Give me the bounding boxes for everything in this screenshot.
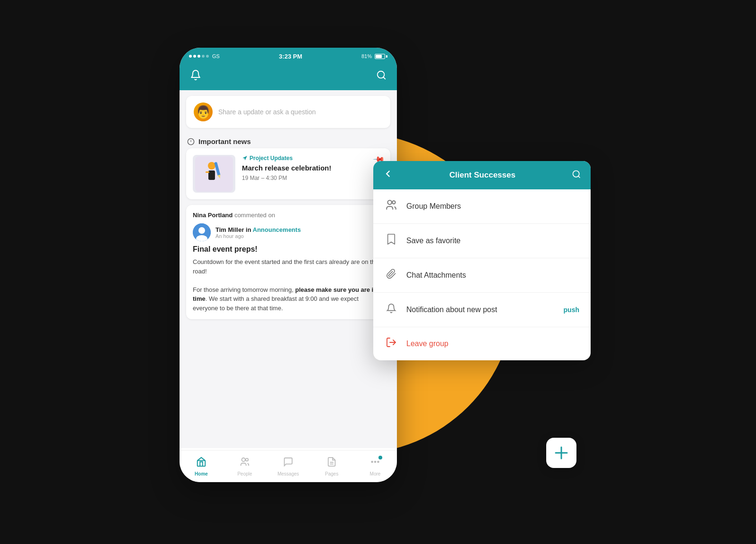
dot-1 <box>189 55 192 58</box>
panel-header: Client Successes <box>373 161 591 189</box>
menu-item-chat-attachments[interactable]: Chat Attachments <box>373 258 591 293</box>
dot-3 <box>198 55 200 58</box>
svg-point-24 <box>387 200 392 204</box>
svg-rect-8 <box>206 171 209 173</box>
people-icon <box>240 457 250 470</box>
phone-mockup: GS 3:23 PM 81% <box>180 48 397 482</box>
news-date: 19 Mar – 4:30 PM <box>242 175 384 181</box>
nav-label-home: Home <box>195 471 208 476</box>
svg-point-20 <box>375 461 376 462</box>
svg-point-25 <box>392 201 395 204</box>
news-title: March release celebration! <box>242 163 384 173</box>
panel-search-icon[interactable] <box>572 170 581 181</box>
post-title: Final event preps! <box>193 245 384 254</box>
status-time: 3:23 PM <box>279 53 302 60</box>
notification-bell-icon <box>385 302 398 317</box>
svg-line-23 <box>578 176 580 178</box>
svg-point-21 <box>378 461 379 462</box>
messages-icon <box>283 457 293 470</box>
post-input-area[interactable]: 👨 Share a update or ask a question <box>186 96 390 128</box>
megaphone-icon <box>242 155 248 161</box>
signal-dots <box>189 55 209 58</box>
pages-icon <box>326 457 337 470</box>
menu-text-group-members: Group Members <box>406 202 579 211</box>
svg-point-12 <box>198 227 205 234</box>
scene: GS 3:23 PM 81% <box>165 48 591 496</box>
author-avatar <box>193 223 211 241</box>
nav-label-more: More <box>370 471 381 476</box>
post-body: Countdown for the event started and the … <box>193 257 384 313</box>
menu-text-save-favorite: Save as favorite <box>406 237 579 245</box>
battery-percent: 81% <box>361 53 372 59</box>
commented-on-label: commented on <box>234 212 275 219</box>
news-info: Project Updates March release celebratio… <box>242 155 384 193</box>
panel-menu: Group Members Save as favorite Cha <box>373 189 591 360</box>
author-channel: Announcements <box>253 226 301 233</box>
important-news-header: Important news <box>180 134 397 148</box>
post-placeholder: Share a update or ask a question <box>218 108 316 116</box>
bell-icon[interactable] <box>190 69 201 84</box>
menu-text-leave-group: Leave group <box>406 340 579 348</box>
bottom-nav: Home People <box>180 450 397 482</box>
author-name: Tim Miller in Announcements <box>215 226 376 233</box>
commenter-name: Nina Portland <box>193 212 233 219</box>
status-right: 81% <box>361 53 387 59</box>
menu-item-group-members[interactable]: Group Members <box>373 189 591 224</box>
news-tag: Project Updates <box>242 155 384 162</box>
author-time: An hour ago <box>215 233 376 239</box>
menu-text-chat-attachments: Chat Attachments <box>406 271 579 280</box>
nav-label-pages: Pages <box>325 471 338 476</box>
info-icon <box>187 138 195 145</box>
nav-item-messages[interactable]: Messages <box>266 457 310 476</box>
post-author-row: Tim Miller in Announcements An hour ago … <box>193 223 384 241</box>
nav-label-people: People <box>237 471 252 476</box>
svg-point-19 <box>371 461 373 462</box>
client-successes-panel: Client Successes Gro <box>373 161 591 360</box>
menu-item-leave-group[interactable]: Leave group <box>373 327 591 360</box>
dot-2 <box>193 55 196 58</box>
phone-content: 👨 Share a update or ask a question Impor… <box>180 90 397 448</box>
search-icon[interactable] <box>376 70 387 83</box>
comment-meta: Nina Portland commented on <box>193 212 384 219</box>
news-thumbnail <box>193 155 235 193</box>
svg-line-1 <box>383 77 385 79</box>
menu-item-save-favorite[interactable]: Save as favorite <box>373 224 591 258</box>
nav-item-people[interactable]: People <box>223 457 266 476</box>
nav-item-more[interactable]: More <box>353 457 397 476</box>
news-illustration <box>195 156 233 192</box>
nav-item-home[interactable]: Home <box>180 457 223 476</box>
status-bar: GS 3:23 PM 81% <box>180 48 397 65</box>
dot-5 <box>206 55 209 58</box>
phone-header <box>180 65 397 90</box>
news-card[interactable]: Project Updates March release celebratio… <box>186 148 390 199</box>
leave-group-icon <box>385 337 398 351</box>
svg-point-16 <box>246 458 249 461</box>
more-icon <box>370 457 380 470</box>
section-title: Important news <box>198 137 251 145</box>
menu-text-notification: Notification about new post <box>406 306 555 314</box>
comment-card[interactable]: Nina Portland commented on Tim Miller <box>186 205 390 319</box>
svg-point-22 <box>573 170 579 177</box>
svg-point-6 <box>208 162 215 170</box>
back-button[interactable] <box>383 169 393 182</box>
author-info: Tim Miller in Announcements An hour ago <box>215 226 376 239</box>
nav-item-pages[interactable]: Pages <box>310 457 353 476</box>
user-avatar: 👨 <box>194 102 213 121</box>
paperclip-icon <box>385 268 398 283</box>
more-badge-dot <box>378 456 382 459</box>
svg-rect-7 <box>208 170 215 180</box>
svg-point-15 <box>242 458 245 461</box>
menu-item-notification[interactable]: Notification about new post push <box>373 293 591 327</box>
nav-label-messages: Messages <box>277 471 299 476</box>
battery-icon <box>375 54 387 59</box>
bookmark-icon <box>385 233 398 248</box>
panel-title: Client Successes <box>399 170 566 180</box>
fab-button[interactable] <box>546 438 576 468</box>
home-icon <box>196 457 206 470</box>
carrier-label: GS <box>212 53 220 59</box>
dot-4 <box>202 55 205 58</box>
group-members-icon <box>385 199 398 214</box>
status-left: GS <box>189 53 220 59</box>
notification-push-badge: push <box>564 306 579 314</box>
